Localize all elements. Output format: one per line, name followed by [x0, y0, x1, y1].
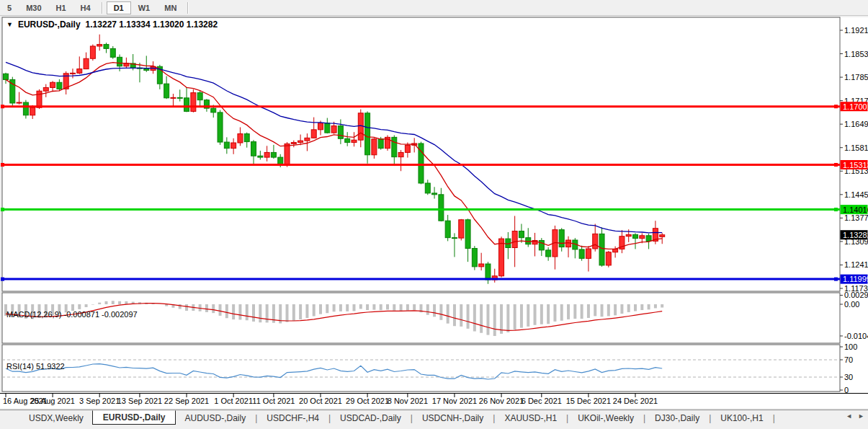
toolbar-separator	[187, 2, 189, 14]
date-tick-label: 26 Nov 2021	[479, 397, 524, 405]
toolbar-separator	[102, 2, 103, 14]
date-tick-label: 13 Sep 2021	[117, 397, 162, 405]
candle	[218, 110, 223, 145]
tab-xauusd-h1[interactable]: XAUUSD-,H1	[496, 412, 565, 425]
tab-scroll-left-icon[interactable]: ◄	[846, 412, 852, 420]
candle	[606, 251, 611, 267]
chart-title: ▼ EURUSD-,Daily 1.13227 1.13334 1.13020 …	[6, 19, 218, 30]
macd-indicator-label: MACD(12,26,9) -0.000871 -0.002097	[6, 310, 138, 319]
chart-title-symbol: EURUSD-,Daily	[18, 19, 81, 30]
timeframe-button-H1[interactable]: H1	[49, 1, 73, 14]
date-tick-label: 11 Oct 2021	[252, 397, 295, 405]
candle	[191, 89, 196, 112]
tab-eurusd-daily[interactable]: EURUSD-,Daily	[92, 410, 176, 425]
rsi-indicator-label: RSI(14) 51.9322	[6, 362, 65, 371]
rsi-axis-label: 30	[844, 373, 853, 381]
price-line-label: 1.15313	[843, 161, 868, 169]
candle	[90, 45, 95, 61]
rsi-axis-label: 100	[844, 342, 857, 351]
svg-text:1.13282: 1.13282	[843, 231, 868, 239]
date-tick-label: 20 Oct 2021	[299, 397, 342, 405]
timeframe-button-M30[interactable]: M30	[19, 1, 48, 14]
tab-uk100-h1[interactable]: UK100-,H1	[712, 412, 771, 425]
tab-scroll-buttons: ◄ ►	[846, 412, 864, 420]
price-line-label: 1.11999	[843, 275, 868, 283]
tab-usdx-weekly[interactable]: USDX,Weekly	[20, 412, 92, 425]
date-tick-label: 22 Sep 2021	[164, 397, 209, 405]
tab-dj30-daily[interactable]: DJ30-,Daily	[646, 412, 708, 425]
timeframe-toolbar: 5M30H1H4D1W1MN	[0, 0, 868, 16]
tab-usdcad-daily[interactable]: USDCAD-,Daily	[331, 412, 410, 425]
chart-canvas[interactable]: 1.192101.185301.178501.171701.164901.158…	[0, 16, 868, 424]
symbol-dropdown-icon[interactable]: ▼	[6, 21, 13, 28]
price-tick-label: 1.19210	[844, 26, 868, 35]
tab-usdchf-h4[interactable]: USDCHF-,H4	[258, 412, 328, 425]
date-tick-label: 24 Dec 2021	[613, 397, 658, 405]
macd-axis-label: 0.00	[844, 300, 859, 309]
timeframe-button-MN[interactable]: MN	[157, 1, 184, 14]
date-tick-label: 3 Sep 2021	[79, 397, 120, 405]
date-tick-label: 1 Oct 2021	[214, 397, 253, 405]
macd-axis-label: 0.002966	[844, 291, 868, 299]
rsi-axis-label: 0	[844, 386, 849, 394]
candle	[419, 142, 424, 185]
tab-separator: |	[772, 413, 776, 423]
price-line-label: 1.17001	[843, 102, 868, 111]
price-tick-label: 1.17850	[844, 73, 868, 81]
candle	[459, 219, 464, 241]
trading-app-window: 5M30H1H4D1W1MN 1.192101.185301.178501.17…	[0, 0, 868, 429]
timeframe-button-5[interactable]: 5	[0, 1, 19, 14]
tab-usdcnh-daily[interactable]: USDCNH-,Daily	[413, 412, 492, 425]
tab-scroll-right-icon[interactable]: ►	[858, 412, 864, 420]
timeframe-button-D1[interactable]: D1	[107, 1, 131, 14]
price-tick-label: 1.14450	[844, 190, 868, 199]
date-tick-label: 8 Nov 2021	[388, 397, 428, 405]
rsi-axis-label: 70	[844, 355, 853, 364]
rsi-pane[interactable]	[2, 345, 840, 392]
date-tick-label: 25 Aug 2021	[30, 397, 75, 405]
candle	[472, 246, 477, 270]
chart-tab-bar: USDX,WeeklyEURUSD-,DailyAUDUSD-,Daily|US…	[0, 410, 868, 425]
price-tick-label: 1.12410	[844, 260, 868, 269]
current-price-label: 1.13282	[841, 230, 868, 239]
tab-audusd-daily[interactable]: AUDUSD-,Daily	[176, 412, 254, 425]
date-tick-label: 29 Oct 2021	[346, 397, 389, 405]
chart-title-ohlc: 1.13227 1.13334 1.13020 1.13282	[86, 19, 218, 30]
price-tick-label: 1.13770	[844, 213, 868, 222]
tab-ukoil-weekly[interactable]: UKOil-,Weekly	[569, 412, 643, 425]
date-tick-label: 17 Nov 2021	[432, 397, 477, 405]
candle	[385, 135, 390, 151]
price-line-label: 1.14016	[843, 205, 868, 214]
price-tick-label: 1.16490	[844, 120, 868, 128]
timeframe-button-H4[interactable]: H4	[73, 1, 98, 14]
price-tick-label: 1.18530	[844, 50, 868, 58]
price-tick-label: 1.15810	[844, 143, 868, 152]
date-tick-label: 6 Dec 2021	[522, 397, 562, 405]
timeframe-button-W1[interactable]: W1	[131, 1, 158, 14]
date-tick-label: 15 Dec 2021	[566, 397, 611, 405]
macd-axis-label: -0.01042	[844, 332, 868, 340]
candle	[10, 77, 15, 106]
